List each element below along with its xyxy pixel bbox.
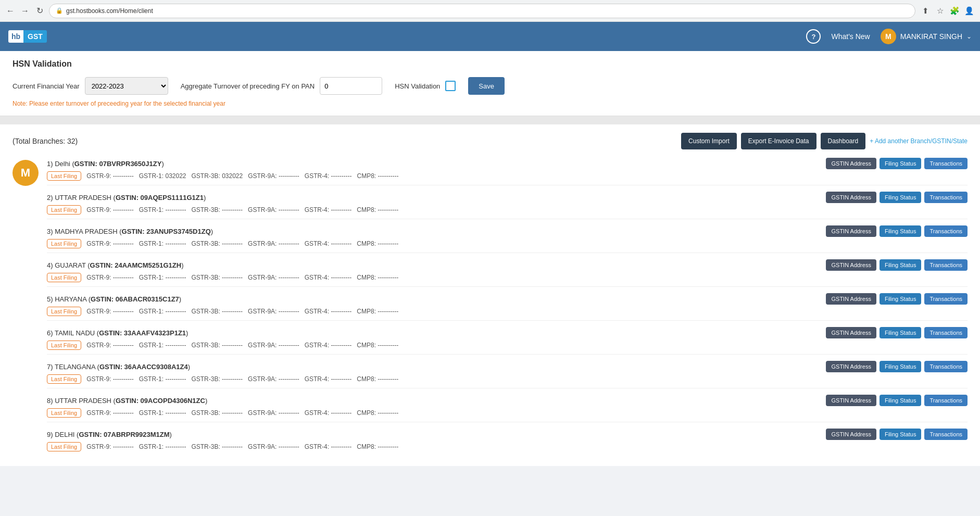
branch-name: 2) UTTAR PRADESH (GSTIN: 09AQEPS1111G1Z1… — [47, 194, 206, 202]
whats-new-link[interactable]: What's New — [831, 32, 870, 41]
transactions-button[interactable]: Transactions — [924, 293, 968, 305]
filing-status-button[interactable]: Filing Status — [880, 395, 922, 406]
top-nav: hb GST ? What's New M MANKIRAT SINGH ⌄ — [0, 22, 980, 51]
filing-status-button[interactable]: Filing Status — [880, 429, 922, 440]
last-filing-badge[interactable]: Last Filing — [47, 205, 81, 215]
last-filing-badge[interactable]: Last Filing — [47, 273, 81, 282]
gstr3b-value: GSTR-3B: ---------- — [191, 240, 243, 247]
last-filing-badge[interactable]: Last Filing — [47, 374, 81, 384]
branch-item: 1) Delhi (GSTIN: 07BVRPR3650J1ZY) GSTIN … — [47, 158, 968, 185]
user-menu[interactable]: M MANKIRAT SINGH ⌄ — [881, 29, 972, 44]
gstr9a-value: GSTR-9A: ---------- — [248, 206, 299, 213]
gstin-address-button[interactable]: GSTIN Address — [826, 361, 876, 372]
lock-icon: 🔒 — [56, 7, 63, 14]
gstin-label: GSTIN: 23ANUPS3745D1ZQ — [122, 228, 211, 235]
last-filing-badge[interactable]: Last Filing — [47, 341, 81, 350]
gstin-address-button[interactable]: GSTIN Address — [826, 327, 876, 338]
branch-item: 7) TELANGANA (GSTIN: 36AAACC9308A1Z4) GS… — [47, 361, 968, 388]
divider — [47, 354, 968, 355]
custom-import-button[interactable]: Custom Import — [681, 133, 737, 149]
filing-status-button[interactable]: Filing Status — [880, 327, 922, 338]
last-filing-badge[interactable]: Last Filing — [47, 239, 81, 248]
transactions-button[interactable]: Transactions — [924, 327, 968, 338]
gstin-address-button[interactable]: GSTIN Address — [826, 293, 876, 305]
profile-icon[interactable]: 👤 — [963, 5, 975, 17]
hsn-title: HSN Validation — [12, 59, 968, 69]
back-button[interactable]: ← — [5, 6, 16, 16]
last-filing-badge[interactable]: Last Filing — [47, 408, 81, 418]
gstr9a-value: GSTR-9A: ---------- — [248, 240, 299, 247]
gstr9-value: GSTR-9: ---------- — [86, 308, 134, 315]
gstr9a-value: GSTR-9A: ---------- — [248, 274, 299, 281]
user-name-label: MANKIRAT SINGH — [900, 32, 962, 41]
gstr3b-value: GSTR-3B: ---------- — [191, 274, 243, 281]
logo-area[interactable]: hb GST — [8, 30, 47, 43]
user-big-avatar: M — [12, 160, 39, 186]
reload-button[interactable]: ↻ — [34, 6, 45, 16]
gstin-address-button[interactable]: GSTIN Address — [826, 395, 876, 406]
gstr1-value: GSTR-1: ---------- — [139, 240, 186, 247]
branch-item: 3) MADHYA PRADESH (GSTIN: 23ANUPS3745D1Z… — [47, 225, 968, 253]
gstr9-value: GSTR-9: ---------- — [86, 172, 134, 180]
gstin-address-button[interactable]: GSTIN Address — [826, 225, 876, 237]
share-icon[interactable]: ⬆ — [920, 5, 931, 17]
branch-actions: GSTIN Address Filing Status Transactions — [826, 327, 968, 338]
gstr9-value: GSTR-9: ---------- — [86, 443, 134, 450]
user-avatar: M — [881, 29, 896, 44]
filing-status-button[interactable]: Filing Status — [880, 361, 922, 372]
last-filing-badge[interactable]: Last Filing — [47, 171, 81, 181]
branch-actions: GSTIN Address Filing Status Transactions — [826, 225, 968, 237]
add-branch-link[interactable]: + Add another Branch/GSTIN/State — [870, 137, 968, 145]
turnover-input[interactable] — [320, 77, 382, 95]
transactions-button[interactable]: Transactions — [924, 225, 968, 237]
cmp8-value: CMP8: ---------- — [357, 240, 398, 247]
filing-status-button[interactable]: Filing Status — [880, 192, 922, 203]
address-bar[interactable]: 🔒 gst.hostbooks.com/Home/client — [49, 4, 915, 18]
star-icon[interactable]: ☆ — [934, 5, 946, 17]
export-einvoice-button[interactable]: Export E-Invoice Data — [741, 133, 816, 149]
transactions-button[interactable]: Transactions — [924, 259, 968, 271]
last-filing-badge[interactable]: Last Filing — [47, 442, 81, 451]
dashboard-button[interactable]: Dashboard — [821, 133, 866, 149]
gstin-address-button[interactable]: GSTIN Address — [826, 158, 876, 169]
help-button[interactable]: ? — [806, 29, 821, 44]
gstr3b-value: GSTR-3B: ---------- — [191, 342, 243, 349]
transactions-button[interactable]: Transactions — [924, 429, 968, 440]
filing-status-button[interactable]: Filing Status — [880, 293, 922, 305]
forward-button[interactable]: → — [20, 6, 30, 16]
cmp8-value: CMP8: ---------- — [357, 375, 398, 383]
save-button[interactable]: Save — [468, 77, 505, 95]
transactions-button[interactable]: Transactions — [924, 158, 968, 169]
branch-name-row: 5) HARYANA (GSTIN: 06ABACR0315C1Z7) GSTI… — [47, 293, 968, 305]
browser-actions: ⬆ ☆ 🧩 👤 — [920, 5, 975, 17]
branch-name-row: 3) MADHYA PRADESH (GSTIN: 23ANUPS3745D1Z… — [47, 225, 968, 237]
gstin-label: GSTIN: 06ABACR0315C1Z7 — [91, 295, 179, 303]
gstin-address-button[interactable]: GSTIN Address — [826, 429, 876, 440]
filing-status-button[interactable]: Filing Status — [880, 259, 922, 271]
gstr9-value: GSTR-9: ---------- — [86, 240, 134, 247]
gstin-address-button[interactable]: GSTIN Address — [826, 192, 876, 203]
branch-actions: GSTIN Address Filing Status Transactions — [826, 293, 968, 305]
last-filing-badge[interactable]: Last Filing — [47, 307, 81, 316]
gstin-label: GSTIN: 24AAMCM5251G1ZH — [90, 261, 182, 269]
branch-name-row: 4) GUJARAT (GSTIN: 24AAMCM5251G1ZH) GSTI… — [47, 259, 968, 271]
fy-select[interactable]: 2022-2023 2021-2022 2020-2021 2019-2020 — [85, 77, 168, 95]
divider — [47, 286, 968, 287]
branch-actions: GSTIN Address Filing Status Transactions — [826, 259, 968, 271]
total-branches: (Total Branches: 32) — [12, 137, 78, 145]
cmp8-value: CMP8: ---------- — [357, 308, 398, 315]
content-header: (Total Branches: 32) Custom Import Expor… — [12, 133, 968, 149]
filing-status-button[interactable]: Filing Status — [880, 158, 922, 169]
hsn-checkbox[interactable] — [445, 81, 456, 91]
browser-bar: ← → ↻ 🔒 gst.hostbooks.com/Home/client ⬆ … — [0, 0, 980, 22]
filing-status-button[interactable]: Filing Status — [880, 225, 922, 237]
transactions-button[interactable]: Transactions — [924, 361, 968, 372]
extensions-icon[interactable]: 🧩 — [949, 5, 960, 17]
divider — [47, 320, 968, 321]
gstin-address-button[interactable]: GSTIN Address — [826, 259, 876, 271]
transactions-button[interactable]: Transactions — [924, 192, 968, 203]
note-text: Note: Please enter turnover of preceedin… — [12, 100, 968, 107]
branch-actions: GSTIN Address Filing Status Transactions — [826, 395, 968, 406]
transactions-button[interactable]: Transactions — [924, 395, 968, 406]
gstin-label: GSTIN: 33AAAFV4323P1Z1 — [99, 329, 186, 337]
